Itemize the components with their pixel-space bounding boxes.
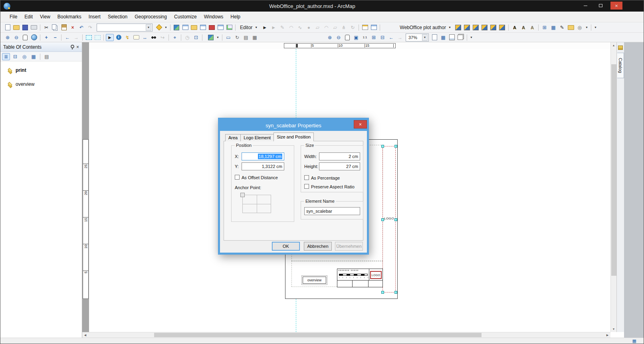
find-icon[interactable] — [150, 34, 158, 41]
paste-icon[interactable] — [60, 24, 68, 31]
fixed-zoom-out-icon[interactable]: − — [51, 34, 59, 41]
key-numbering-icon[interactable]: ⊞ — [541, 24, 549, 31]
horizontal-scrollbar[interactable]: ◀ ▶ — [82, 332, 610, 338]
catalog-tab[interactable]: Catalog — [617, 53, 624, 78]
zoom-out-icon[interactable]: ⊖ — [12, 34, 20, 41]
combobox-caret-icon[interactable]: ▼ — [146, 24, 151, 31]
toolbar-overflow-icon[interactable]: ▼ — [593, 24, 598, 31]
y-input[interactable]: 1,3122 cm — [242, 162, 284, 170]
weboffice-tool-1-icon[interactable] — [454, 24, 462, 31]
menu-item[interactable]: Customize — [170, 14, 200, 20]
select-elements-icon[interactable]: ► — [106, 34, 114, 41]
map-scale-combobox[interactable]: ▼ — [97, 24, 153, 32]
open-map-icon[interactable] — [12, 24, 20, 31]
toc-layer-item[interactable]: print — [7, 66, 82, 74]
weboffice-tool-5-icon[interactable] — [489, 24, 497, 31]
measure-icon[interactable]: ↔ — [141, 34, 149, 41]
print-icon[interactable] — [30, 24, 38, 31]
scroll-up-icon[interactable]: ▲ — [611, 42, 616, 48]
edit-annotation-tool-icon[interactable]: ► — [269, 24, 277, 31]
vertical-scroll-thumb[interactable] — [611, 64, 616, 276]
x-input[interactable]: 18,1297 cm — [242, 152, 284, 160]
circle-tool-icon[interactable]: ◎ — [576, 24, 584, 31]
layout-pan-icon[interactable] — [343, 34, 351, 41]
menu-item[interactable]: Insert — [85, 14, 104, 20]
catalog-window-icon[interactable] — [190, 24, 198, 31]
add-data-caret-icon[interactable]: ▼ — [164, 24, 168, 31]
dialog-tab[interactable]: Size and Position — [273, 132, 314, 141]
weboffice-tool-3-icon[interactable] — [472, 24, 480, 31]
create-viewer-window-icon[interactable]: ⊡ — [192, 34, 200, 41]
dialog-tab[interactable]: Logo Element — [240, 134, 274, 141]
menu-item[interactable]: File — [6, 14, 21, 20]
editor-sketch-icon[interactable] — [172, 24, 180, 31]
sketch-caret-icon[interactable]: ▼ — [216, 34, 220, 41]
cancel-button[interactable]: Abbrechen — [304, 242, 332, 251]
overview-frame[interactable]: overview — [303, 277, 326, 284]
selection-handle[interactable] — [381, 291, 384, 294]
list-by-source-icon[interactable]: ⊟ — [11, 53, 19, 60]
dialog-close-button[interactable]: × — [354, 120, 367, 129]
forward-extent-icon[interactable]: → — [72, 34, 80, 41]
pin-icon[interactable] — [70, 45, 74, 49]
data-driven-pages-icon[interactable] — [457, 34, 465, 41]
dataframe-properties-icon[interactable]: ▦ — [251, 34, 259, 41]
arctoolbox-window-icon[interactable] — [208, 24, 216, 31]
cut-polygons-icon[interactable]: ▱ — [331, 24, 339, 31]
python-window-icon[interactable] — [216, 24, 224, 31]
modelbuilder-window-icon[interactable] — [225, 24, 233, 31]
close-button[interactable]: × — [610, 2, 622, 10]
endpoint-arc-icon[interactable]: ◠ — [287, 24, 295, 31]
hyperlink-icon[interactable]: ↯ — [123, 34, 131, 41]
selection-handle[interactable] — [394, 291, 397, 294]
back-extent-icon[interactable]: ← — [63, 34, 71, 41]
go-to-xy-icon[interactable]: ⌖ — [171, 34, 179, 41]
weboffice-tool-4-icon[interactable] — [481, 24, 489, 31]
toc-options-icon[interactable]: ▤ — [43, 53, 51, 60]
title-block[interactable]: LOGO — [337, 269, 383, 287]
identify-icon[interactable] — [115, 34, 123, 41]
menu-item[interactable]: View — [36, 14, 54, 20]
ok-button[interactable]: OK — [272, 242, 300, 251]
pan-icon[interactable] — [21, 34, 29, 41]
table-of-contents-window-icon[interactable] — [181, 24, 189, 31]
select-graphics-icon[interactable]: ▭ — [224, 34, 232, 41]
new-map-file-icon[interactable] — [4, 24, 12, 31]
weboffice-tool-2-icon[interactable] — [463, 24, 471, 31]
selection-handle[interactable] — [381, 145, 384, 148]
list-by-selection-icon[interactable]: ▦ — [30, 53, 38, 60]
menu-item[interactable]: Selection — [104, 14, 131, 20]
weboffice-tool-6-icon[interactable] — [498, 24, 506, 31]
cut-icon[interactable]: ✂ — [42, 24, 50, 31]
focus-data-frame-icon[interactable]: ▦ — [439, 34, 447, 41]
toolbar-overflow-icon[interactable]: ▼ — [469, 34, 474, 41]
toggle-draft-mode-icon[interactable] — [430, 34, 438, 41]
annotation-icon[interactable]: ✎ — [558, 24, 566, 31]
selected-scalebar-element[interactable]: LOGO — [382, 146, 396, 293]
split-tool-icon[interactable]: ⋔ — [340, 24, 348, 31]
weboffice-menu-button[interactable]: WebOffice plot author ▼ — [396, 24, 454, 32]
menu-item[interactable]: Help — [227, 14, 244, 20]
menu-item[interactable]: Edit — [21, 14, 36, 20]
edit-tool-icon[interactable]: ► — [261, 24, 269, 31]
circle-tool-caret-icon[interactable]: ▼ — [585, 24, 589, 31]
search-window-icon[interactable] — [199, 24, 207, 31]
selection-handle[interactable] — [394, 218, 397, 221]
horizontal-scroll-thumb[interactable] — [154, 333, 482, 337]
toc-close-icon[interactable]: × — [76, 44, 79, 50]
undo-icon[interactable]: ↶ — [77, 24, 85, 31]
copy-icon[interactable] — [51, 24, 59, 31]
add-data-icon[interactable] — [155, 24, 163, 31]
scroll-right-icon[interactable]: ▶ — [604, 332, 610, 338]
as-percentage-checkbox[interactable] — [304, 175, 309, 180]
change-layout-icon[interactable] — [448, 34, 456, 41]
combobox-caret-icon[interactable]: ▼ — [422, 34, 428, 41]
rotate-page-icon[interactable]: ↻ — [233, 34, 241, 41]
width-input[interactable]: 2 cm — [319, 152, 360, 160]
delete-icon[interactable]: × — [69, 24, 77, 31]
list-by-visibility-icon[interactable]: ◎ — [20, 53, 28, 60]
vertical-scrollbar[interactable]: ▲ ▼ — [610, 42, 616, 332]
editor-menu-button[interactable]: Editor ▼ — [237, 24, 261, 32]
height-input[interactable]: 27 cm — [319, 162, 360, 170]
point-tool-icon[interactable]: ● — [305, 24, 313, 31]
